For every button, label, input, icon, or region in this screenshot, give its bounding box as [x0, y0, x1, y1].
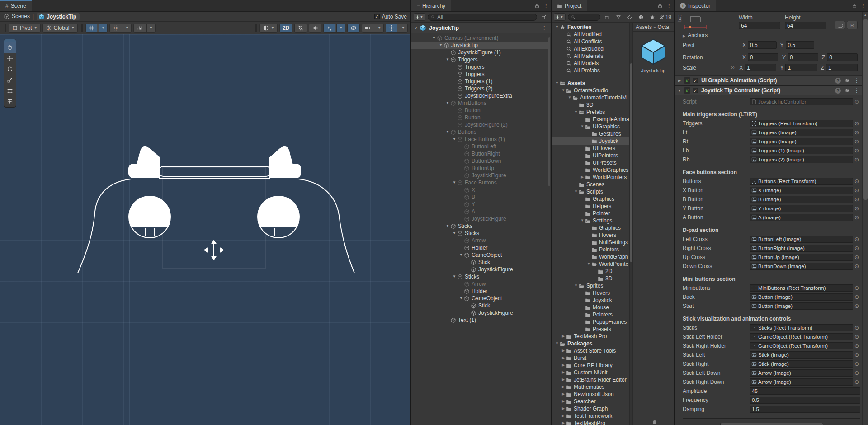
hierarchy-row[interactable]: ▼ Sticks	[411, 222, 548, 230]
project-tree-row[interactable]: ▶ Test Framework	[552, 412, 629, 420]
object-picker-icon[interactable]: ⊙	[853, 303, 860, 309]
presets-icon[interactable]	[844, 88, 850, 94]
kebab-menu-icon[interactable]: ⋮	[854, 77, 859, 84]
project-tree-row[interactable]: Joystick	[552, 297, 629, 304]
foldout-arrow[interactable]: ▼	[452, 230, 457, 237]
project-tree-row[interactable]: ▼ AutomaticTutorialM	[552, 94, 629, 101]
project-tree-row[interactable]: ▶ TextMeshPro	[552, 420, 629, 425]
hidden-packages-count[interactable]: 19	[659, 13, 671, 21]
object-field[interactable]: Triggers (Image)	[750, 129, 853, 136]
object-picker-icon[interactable]: ⊙	[853, 147, 860, 154]
hierarchy-row[interactable]: ▼ MiniButtons	[411, 99, 548, 107]
pivot-x-field[interactable]: 0.5	[748, 41, 776, 49]
project-tree-row[interactable]: Pointers	[552, 246, 629, 253]
foldout-arrow[interactable]: ▼	[573, 188, 579, 195]
hierarchy-row[interactable]: ▼ JoystickTip	[411, 42, 548, 49]
object-picker-icon[interactable]: ⊙	[853, 343, 860, 349]
foldout-arrow[interactable]: ▼	[677, 89, 682, 93]
blueprint-mode-button[interactable]	[835, 21, 845, 29]
hierarchy-row[interactable]: Text (1)	[411, 316, 548, 324]
foldout-arrow[interactable]: ▶	[561, 333, 566, 340]
foldout-arrow[interactable]: ▼	[554, 340, 560, 347]
hierarchy-row[interactable]: ButtonUp	[411, 165, 548, 172]
hierarchy-row[interactable]: Button	[411, 107, 548, 114]
gizmos-icon[interactable]	[386, 24, 397, 32]
object-picker-icon[interactable]: ⊙	[853, 254, 860, 260]
project-tree-row[interactable]: Joystick	[552, 137, 629, 145]
gizmos-button[interactable]: ▼	[386, 24, 408, 33]
object-picker-icon[interactable]: ⊙	[853, 263, 860, 269]
hierarchy-row[interactable]: JoystickFigure (1)	[411, 49, 548, 56]
object-picker-icon[interactable]: ⊙	[853, 138, 860, 145]
project-tree-row[interactable]: ▶ WorldPointers	[552, 174, 629, 181]
project-search-input[interactable]	[568, 14, 600, 21]
object-field[interactable]: ButtonUp (Image)	[750, 254, 853, 261]
project-tree-row[interactable]: All Conflicts	[552, 38, 629, 45]
camera-dropdown[interactable]: ▼	[375, 24, 383, 32]
foldout-arrow[interactable]: ▶	[561, 383, 566, 391]
scale-z-field[interactable]: 1	[826, 64, 858, 71]
project-tree-row[interactable]: All Materials	[552, 52, 629, 60]
tab-inspector[interactable]: i Inspector	[675, 0, 716, 11]
scene-viewport[interactable]	[0, 34, 410, 425]
foldout-arrow[interactable]: ▼	[573, 109, 579, 116]
foldout-arrow[interactable]: ▼	[580, 123, 585, 130]
object-field[interactable]: Arrow (Image)	[750, 378, 853, 386]
hierarchy-row[interactable]: Triggers	[411, 71, 548, 78]
kebab-menu-icon[interactable]: ⋮	[542, 0, 551, 11]
effects-icon[interactable]	[324, 24, 335, 32]
project-tree-row[interactable]: ▶ JetBrains Rider Editor	[552, 376, 629, 383]
view-tool-button[interactable]	[4, 42, 16, 53]
component-header-ui-graphic-animation[interactable]: ▶ # ✓ UI Graphic Animation (Script) ? ⋮	[675, 76, 862, 85]
increment-snap-button[interactable]: ▼	[109, 24, 132, 33]
foldout-arrow[interactable]: ▼	[567, 94, 572, 101]
hierarchy-row[interactable]: Arrow	[411, 237, 548, 244]
kebab-menu-icon[interactable]: ⋮	[859, 0, 868, 11]
object-field[interactable]: GameObject (Rect Transform)	[750, 342, 853, 349]
foldout-arrow[interactable]: ▼	[445, 99, 450, 107]
foldout-arrow[interactable]: ▶	[677, 79, 682, 83]
project-tree-row[interactable]: ▶ Mathematics	[552, 383, 629, 391]
object-field[interactable]: ButtonLeft (Image)	[750, 236, 853, 243]
object-field[interactable]: Arrow (Image)	[750, 369, 853, 377]
alert-icon[interactable]	[637, 13, 646, 21]
foldout-arrow[interactable]: ▶	[561, 412, 566, 420]
number-field[interactable]: 0.5	[750, 397, 860, 404]
object-field[interactable]: Button (Image)	[750, 302, 853, 310]
object-field[interactable]: ButtonRight (Image)	[750, 245, 853, 252]
increment-snap-dropdown[interactable]: ▼	[123, 24, 131, 32]
foldout-arrow[interactable]: ▼	[438, 42, 443, 49]
grid-snap-dropdown[interactable]: ▼	[99, 24, 107, 32]
2d-mode-button[interactable]: 2D	[279, 24, 292, 33]
project-tree-row[interactable]: ▼ Assets	[552, 80, 629, 87]
object-field[interactable]: ButtonDown (Image)	[750, 263, 853, 270]
tab-project[interactable]: Project	[552, 0, 587, 11]
object-picker-icon[interactable]: ⊙	[853, 325, 860, 331]
presets-icon[interactable]	[844, 78, 850, 84]
create-object-button[interactable]: + ▼	[414, 13, 425, 21]
project-tree-row[interactable]: ▼ Packages	[552, 340, 629, 347]
foldout-arrow[interactable]: ▼	[586, 260, 591, 268]
foldout-arrow[interactable]: ▼	[561, 87, 566, 94]
pivot-y-field[interactable]: 0.5	[786, 41, 814, 49]
hierarchy-row[interactable]: Stick	[411, 302, 548, 309]
object-field[interactable]: GameObject (Rect Transform)	[750, 333, 853, 340]
gizmos-dropdown[interactable]: ▼	[399, 24, 407, 32]
scale-x-field[interactable]: 1	[745, 64, 776, 71]
object-picker-icon[interactable]: ⊙	[853, 352, 860, 358]
project-tree-row[interactable]: ▶ Burst	[552, 354, 629, 362]
foldout-arrow[interactable]: ▶	[561, 347, 566, 354]
help-icon[interactable]: ?	[835, 78, 841, 84]
foldout-arrow[interactable]: ▼	[452, 136, 457, 143]
object-field[interactable]: Stick (Image)	[750, 360, 853, 368]
pivot-mode-button[interactable]: Pivot ▼	[9, 24, 41, 33]
project-tree-row[interactable]: ExampleAnima	[552, 116, 629, 123]
hierarchy-row[interactable]: ▼ Triggers	[411, 56, 548, 63]
link-broken-icon[interactable]: ⊘	[731, 65, 735, 71]
raw-edit-mode-button[interactable]: R	[847, 21, 858, 29]
foldout-arrow[interactable]: ▼	[554, 80, 560, 87]
foldout-arrow[interactable]: ▼	[452, 273, 457, 280]
project-tree-row[interactable]: Graphics	[552, 195, 629, 203]
hierarchy-row[interactable]: Button	[411, 114, 548, 121]
scroll-up-arrow[interactable]: ▲	[863, 12, 867, 17]
